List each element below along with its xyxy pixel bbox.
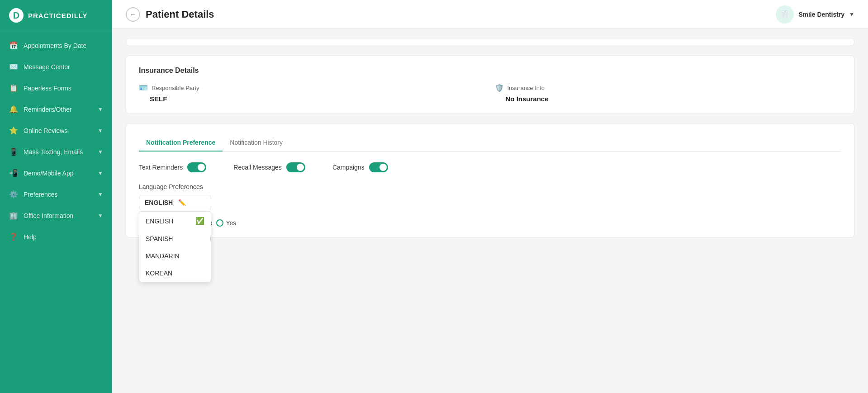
insurance-card-title: Insurance Details <box>139 66 841 75</box>
tab-notification-history[interactable]: Notification History <box>223 134 290 152</box>
sidebar-item-mass-texting[interactable]: 📱 Mass Texting, Emails ▼ <box>0 141 112 162</box>
main-area: ← Patient Details 🦷 Smile Dentistry ▼ In… <box>112 0 868 393</box>
logo-text: PRACTICEDILLY <box>28 12 88 19</box>
back-button[interactable]: ← <box>126 7 140 22</box>
language-selector-wrapper: ENGLISH ✏️ ENGLISH ✅ SPANISH MANDARIN <box>139 195 211 210</box>
dropdown-option-label: SPANISH <box>146 235 173 242</box>
chevron-down-icon: ▼ <box>98 128 103 134</box>
notification-card: Notification Preference Notification His… <box>126 123 854 238</box>
chevron-down-icon: ▼ <box>98 106 103 113</box>
language-preferences-label: Language Preferences <box>139 183 841 190</box>
campaigns-toggle[interactable] <box>369 162 388 172</box>
dropdown-option-label: ENGLISH <box>146 218 173 225</box>
back-arrow-icon: ← <box>130 11 136 18</box>
selected-language-text: ENGLISH <box>145 199 173 206</box>
responsible-party-icon: 🪪 <box>139 84 148 92</box>
checkmark-icon: ✅ <box>195 217 204 225</box>
org-chevron-icon: ▼ <box>849 11 854 18</box>
insurance-info-item: 🛡️ Insurance Info No Insurance <box>495 84 842 103</box>
org-selector[interactable]: 🦷 Smile Dentistry ▼ <box>776 5 854 24</box>
dropdown-option-label: KOREAN <box>146 270 172 277</box>
mobile-icon: 📲 <box>9 169 18 177</box>
tab-notification-preference[interactable]: Notification Preference <box>139 134 223 152</box>
radio-yes-text: Yes <box>226 219 237 227</box>
insurance-info-label-row: 🛡️ Insurance Info <box>495 84 842 92</box>
sidebar-item-label: Paperless Forms <box>24 85 71 92</box>
insurance-info-icon: 🛡️ <box>495 84 504 92</box>
campaigns-toggle-item: Campaigns <box>332 162 388 172</box>
wcm-radio-row: W or this Patient? No Yes <box>139 219 841 227</box>
recall-messages-toggle-item: Recall Messages <box>233 162 305 172</box>
star-icon: ⭐ <box>9 126 18 135</box>
recall-messages-label: Recall Messages <box>233 164 282 171</box>
sidebar-item-label: Help <box>24 233 37 241</box>
responsible-party-label: Responsible Party <box>152 85 199 91</box>
bell-icon: 🔔 <box>9 105 18 114</box>
dropdown-option-label: MANDARIN <box>146 252 180 260</box>
sidebar-nav: 📅 Appointments By Date ✉️ Message Center… <box>0 31 112 393</box>
sidebar-item-label: Mass Texting, Emails <box>24 148 83 156</box>
insurance-grid: 🪪 Responsible Party SELF 🛡️ Insurance In… <box>139 84 841 103</box>
language-dropdown: ENGLISH ✅ SPANISH MANDARIN KOREAN <box>139 211 211 282</box>
page-title: Patient Details <box>146 9 214 20</box>
logo-icon: D <box>9 8 24 23</box>
sidebar-item-label: Office Information <box>24 212 73 219</box>
insurance-info-value: No Insurance <box>495 95 842 103</box>
sidebar-item-online-reviews[interactable]: ⭐ Online Reviews ▼ <box>0 120 112 141</box>
sidebar-item-appointments[interactable]: 📅 Appointments By Date <box>0 35 112 56</box>
chevron-down-icon: ▼ <box>98 149 103 155</box>
chevron-down-icon: ▼ <box>98 191 103 198</box>
sidebar-item-demo-mobile[interactable]: 📲 Demo/Mobile App ▼ <box>0 162 112 184</box>
sidebar-item-label: Reminders/Other <box>24 106 72 113</box>
dropdown-item-english[interactable]: ENGLISH ✅ <box>139 212 211 230</box>
message-icon: ✉️ <box>9 62 18 71</box>
content-area: Insurance Details 🪪 Responsible Party SE… <box>112 29 868 393</box>
help-icon: ❓ <box>9 232 18 241</box>
topbar: ← Patient Details 🦷 Smile Dentistry ▼ <box>112 0 868 29</box>
forms-icon: 📋 <box>9 84 18 92</box>
sidebar-item-label: Appointments By Date <box>24 42 86 49</box>
recall-messages-toggle[interactable] <box>286 162 305 172</box>
top-separator-card <box>126 38 854 46</box>
radio-yes-label[interactable]: Yes <box>216 219 237 227</box>
insurance-details-card: Insurance Details 🪪 Responsible Party SE… <box>126 55 854 114</box>
text-reminders-label: Text Reminders <box>139 164 183 171</box>
sidebar-item-office-information[interactable]: 🏢 Office Information ▼ <box>0 205 112 226</box>
campaigns-label: Campaigns <box>332 164 365 171</box>
gear-icon: ⚙️ <box>9 190 18 199</box>
calendar-icon: 📅 <box>9 41 18 50</box>
dropdown-item-korean[interactable]: KOREAN <box>139 265 211 282</box>
notification-tabs: Notification Preference Notification His… <box>139 134 841 152</box>
dropdown-item-mandarin[interactable]: MANDARIN <box>139 247 211 265</box>
page-title-area: ← Patient Details <box>126 7 214 22</box>
language-section: Language Preferences ENGLISH ✏️ ENGLISH … <box>139 183 841 210</box>
sidebar-item-label: Online Reviews <box>24 127 67 134</box>
phone-icon: 📱 <box>9 147 18 156</box>
sidebar-item-label: Message Center <box>24 63 70 71</box>
org-name: Smile Dentistry <box>798 11 844 18</box>
sidebar-item-help[interactable]: ❓ Help <box>0 226 112 247</box>
chevron-down-icon: ▼ <box>98 213 103 219</box>
sidebar: D PRACTICEDILLY 📅 Appointments By Date ✉… <box>0 0 112 393</box>
text-reminders-toggle[interactable] <box>187 162 206 172</box>
sidebar-item-preferences[interactable]: ⚙️ Preferences ▼ <box>0 184 112 205</box>
org-avatar: 🦷 <box>776 5 794 24</box>
sidebar-item-label: Preferences <box>24 191 57 198</box>
toggles-row: Text Reminders Recall Messages Campaigns <box>139 162 841 172</box>
insurance-info-label: Insurance Info <box>508 85 545 91</box>
responsible-party-label-row: 🪪 Responsible Party <box>139 84 486 92</box>
sidebar-item-reminders[interactable]: 🔔 Reminders/Other ▼ <box>0 99 112 120</box>
sidebar-logo: D PRACTICEDILLY <box>0 0 112 31</box>
responsible-party-item: 🪪 Responsible Party SELF <box>139 84 486 103</box>
office-icon: 🏢 <box>9 211 18 220</box>
radio-yes-button[interactable] <box>216 219 223 227</box>
edit-pencil-icon: ✏️ <box>178 199 186 206</box>
sidebar-item-label: Demo/Mobile App <box>24 170 74 177</box>
responsible-party-value: SELF <box>139 95 486 103</box>
sidebar-item-message-center[interactable]: ✉️ Message Center <box>0 56 112 77</box>
dropdown-item-spanish[interactable]: SPANISH <box>139 230 211 247</box>
chevron-down-icon: ▼ <box>98 170 103 176</box>
text-reminders-toggle-item: Text Reminders <box>139 162 206 172</box>
sidebar-item-paperless-forms[interactable]: 📋 Paperless Forms <box>0 77 112 99</box>
language-selector[interactable]: ENGLISH ✏️ <box>139 195 211 210</box>
